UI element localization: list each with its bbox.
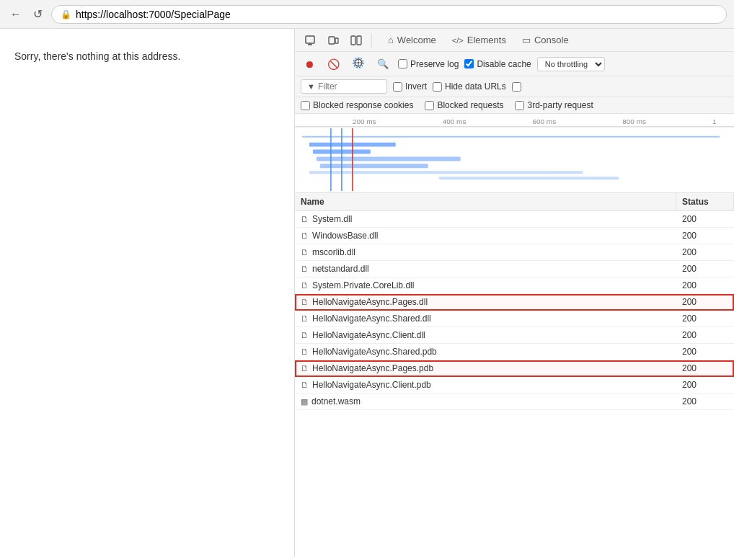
file-icon: 🗋 — [301, 265, 309, 273]
svg-rect-4 — [335, 38, 338, 43]
file-name: System.dll — [312, 214, 352, 224]
reload-button[interactable]: ↺ — [30, 4, 45, 24]
devtools-tabs: ⌂ Welcome </> Elements ▭ Console — [381, 32, 576, 48]
td-name: 🗋HelloNavigateAsync.Client.pdb — [295, 377, 676, 393]
screen-share-icon-btn[interactable] — [301, 32, 319, 48]
td-name: 🗋HelloNavigateAsync.Shared.dll — [295, 311, 676, 326]
td-name: 🗋mscorlib.dll — [295, 244, 676, 260]
more-checkbox-input[interactable] — [512, 82, 521, 92]
third-party-checkbox[interactable] — [515, 101, 524, 110]
device-emulation-btn[interactable] — [324, 32, 342, 48]
more-filters-bar: Blocked response cookies Blocked request… — [295, 97, 734, 114]
blocked-requests-checkbox[interactable] — [425, 101, 434, 110]
hide-data-urls-checkbox[interactable] — [433, 82, 442, 92]
file-icon: 🗋 — [301, 298, 309, 306]
welcome-icon: ⌂ — [388, 35, 394, 45]
td-status: 200 — [676, 360, 734, 376]
file-name: HelloNavigateAsync.Shared.dll — [312, 314, 431, 324]
table-row[interactable]: 🗋mscorlib.dll200 — [295, 244, 734, 261]
td-name: 🗋HelloNavigateAsync.Client.dll — [295, 327, 676, 343]
table-row[interactable]: 🗋HelloNavigateAsync.Client.pdb200 — [295, 377, 734, 394]
tab-console[interactable]: ▭ Console — [515, 32, 576, 48]
search-button[interactable]: 🔍 — [373, 56, 392, 71]
disable-cache-checkbox[interactable] — [464, 59, 474, 68]
file-name: WindowsBase.dll — [312, 231, 378, 241]
filter-input[interactable] — [318, 81, 376, 92]
invert-checkbox[interactable] — [393, 82, 402, 92]
table-row[interactable]: 🗋HelloNavigateAsync.Client.dll200 — [295, 327, 734, 344]
devtools-panel: ⌂ Welcome </> Elements ▭ Console ⏺ 🚫 — [294, 29, 734, 557]
file-name: HelloNavigateAsync.Shared.pdb — [312, 347, 437, 357]
hide-data-urls-label[interactable]: Hide data URLs — [433, 81, 506, 92]
svg-rect-5 — [351, 36, 355, 45]
blocked-cookies-label[interactable]: Blocked response cookies — [301, 100, 413, 110]
file-name: HelloNavigateAsync.Client.dll — [312, 330, 425, 340]
table-header: Name Status — [295, 193, 734, 211]
file-name: HelloNavigateAsync.Client.pdb — [312, 380, 431, 390]
td-name: ▦dotnet.wasm — [295, 394, 676, 409]
network-timeline: 200 ms 400 ms 600 ms 800 ms 1 — [295, 114, 734, 193]
table-row[interactable]: 🗋HelloNavigateAsync.Shared.pdb200 — [295, 344, 734, 360]
svg-text:600 ms: 600 ms — [532, 117, 556, 125]
layout-btn[interactable] — [347, 32, 366, 48]
file-name: netstandard.dll — [312, 264, 369, 274]
td-status: 200 — [676, 394, 734, 409]
td-name: 🗋System.dll — [295, 211, 676, 227]
disable-cache-label[interactable]: Disable cache — [464, 59, 531, 69]
table-row[interactable]: ▦dotnet.wasm200 — [295, 394, 734, 410]
table-row[interactable]: 🗋System.dll200 — [295, 211, 734, 228]
table-row[interactable]: 🗋HelloNavigateAsync.Pages.dll200 — [295, 294, 734, 311]
clear-button[interactable]: 🚫 — [324, 56, 343, 72]
file-icon: 🗋 — [301, 381, 309, 389]
file-name: System.Private.CoreLib.dll — [312, 280, 414, 290]
device-icon — [327, 35, 339, 46]
filter-settings-btn[interactable] — [349, 55, 368, 73]
file-icon: 🗋 — [301, 314, 309, 323]
table-row[interactable]: 🗋HelloNavigateAsync.Pages.pdb200 — [295, 360, 734, 377]
tab-welcome[interactable]: ⌂ Welcome — [381, 32, 443, 48]
back-button[interactable]: ← — [7, 5, 25, 24]
td-status: 200 — [676, 344, 734, 360]
table-row[interactable]: 🗋System.Private.CoreLib.dll200 — [295, 277, 734, 294]
file-icon: 🗋 — [301, 231, 309, 240]
throttle-select[interactable]: No throttling — [537, 57, 605, 71]
td-status: 200 — [676, 244, 734, 260]
table-row[interactable]: 🗋HelloNavigateAsync.Shared.dll200 — [295, 311, 734, 327]
filter-input-wrap: ▼ — [301, 79, 387, 94]
address-bar[interactable]: 🔒 https://localhost:7000/SpecialPage — [51, 5, 727, 24]
blocked-cookies-checkbox[interactable] — [301, 101, 310, 110]
more-checkbox[interactable] — [512, 82, 521, 92]
td-name: 🗋HelloNavigateAsync.Shared.pdb — [295, 344, 676, 360]
invert-label[interactable]: Invert — [393, 81, 427, 92]
svg-rect-25 — [320, 164, 428, 168]
file-name: dotnet.wasm — [311, 396, 361, 406]
file-name: HelloNavigateAsync.Pages.dll — [312, 297, 428, 307]
lock-icon: 🔒 — [61, 9, 71, 19]
svg-point-12 — [358, 62, 360, 64]
blocked-requests-label[interactable]: Blocked requests — [425, 100, 503, 110]
td-status: 200 — [676, 377, 734, 393]
url-text: https://localhost:7000/SpecialPage — [76, 9, 231, 20]
file-icon: 🗋 — [301, 347, 309, 356]
svg-rect-26 — [309, 171, 583, 174]
toolbar-separator — [371, 33, 372, 48]
file-icon: 🗋 — [301, 331, 309, 339]
th-name: Name — [295, 193, 676, 210]
preserve-log-checkbox[interactable] — [398, 59, 407, 68]
file-icon: 🗋 — [301, 281, 309, 290]
td-name: 🗋WindowsBase.dll — [295, 228, 676, 244]
filter-funnel-icon: ▼ — [307, 82, 315, 91]
preserve-log-label[interactable]: Preserve log — [398, 59, 459, 69]
table-row[interactable]: 🗋netstandard.dll200 — [295, 261, 734, 277]
table-row[interactable]: 🗋WindowsBase.dll200 — [295, 228, 734, 244]
table-body: 🗋System.dll200🗋WindowsBase.dll200🗋mscorl… — [295, 211, 734, 410]
record-button[interactable]: ⏺ — [301, 56, 318, 72]
third-party-label[interactable]: 3rd-party request — [515, 100, 593, 110]
td-status: 200 — [676, 327, 734, 343]
td-status: 200 — [676, 311, 734, 326]
page-message: Sorry, there's nothing at this address. — [14, 50, 280, 62]
td-name: 🗋System.Private.CoreLib.dll — [295, 277, 676, 293]
browser-chrome: ← ↺ 🔒 https://localhost:7000/SpecialPage — [0, 0, 734, 29]
file-icon: ▦ — [301, 397, 308, 406]
tab-elements[interactable]: </> Elements — [445, 32, 513, 48]
